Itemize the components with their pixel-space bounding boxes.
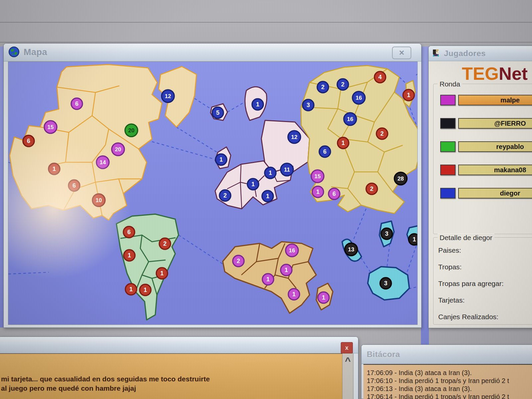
troop-count: 28 — [398, 176, 404, 182]
chat-message: mi tarjeta... que casualidad en dos segu… — [1, 374, 342, 384]
troop-marker-malpe[interactable]: 1 — [262, 274, 274, 285]
players-window-titlebar[interactable]: Jugadores — [429, 46, 532, 61]
troop-marker-diegor[interactable]: 5 — [212, 107, 223, 118]
player-row[interactable]: malpe — [434, 95, 532, 106]
troop-marker-malpe[interactable]: 20 — [112, 143, 124, 156]
troop-marker-makana08[interactable]: 4 — [374, 71, 386, 83]
troop-count: 1 — [53, 166, 56, 172]
player-row[interactable]: makana08 — [434, 165, 532, 176]
player-name: diegor — [500, 190, 520, 197]
log-window-titlebar[interactable]: Bitácora — [361, 345, 532, 364]
player-color-swatch — [440, 141, 456, 152]
scroll-up-arrow[interactable]: ^ — [342, 353, 353, 368]
troop-marker-makana08[interactable]: 1 — [125, 284, 137, 295]
troop-count: 16 — [347, 116, 353, 122]
player-name-bar[interactable]: diegor — [458, 188, 532, 199]
chat-scrollbar[interactable]: ^ — [342, 353, 353, 399]
troop-marker-fierro[interactable]: 28 — [394, 172, 407, 185]
troop-marker-diegor[interactable]: 11 — [281, 163, 293, 176]
troop-marker-malpe[interactable]: 1 — [281, 264, 292, 276]
troop-marker-diegor[interactable]: 12 — [288, 131, 301, 143]
round-groupbox: Ronda malpe @FIERRO — [433, 84, 532, 234]
player-row[interactable]: diegor — [434, 188, 532, 199]
log-window: Bitácora 17:06:09 - India (3) ataca a Ir… — [361, 344, 532, 399]
tegnet-logo: TEGNet — [462, 63, 528, 84]
troop-marker-makana08[interactable]: 2 — [159, 238, 171, 249]
troop-marker-fierro[interactable]: 1 — [409, 234, 418, 245]
troop-marker-fierro[interactable]: 3 — [380, 278, 391, 289]
troop-marker-diegor[interactable]: 2 — [317, 81, 329, 93]
troop-marker-makana08[interactable]: 2 — [376, 128, 388, 139]
player-name-bar[interactable]: reypablo — [458, 141, 532, 152]
troop-count: 2 — [223, 192, 227, 199]
troop-count: 2 — [237, 258, 240, 264]
player-name: @FIERRO — [494, 120, 526, 127]
troop-marker-malpe[interactable]: 1 — [288, 289, 300, 300]
troop-marker-makana08[interactable]: 1 — [49, 163, 60, 175]
troop-marker-malpe[interactable]: 6 — [329, 188, 340, 200]
player-row[interactable]: reypablo — [434, 141, 532, 153]
player-icon — [432, 49, 441, 59]
log-entry: 17:06:10 - India perdió 1 tropa/s y Iran… — [367, 377, 532, 385]
troop-marker-fierro[interactable]: 3 — [381, 228, 392, 239]
troop-marker-diegor[interactable]: 1 — [215, 154, 227, 165]
troop-marker-diegor[interactable]: 16 — [344, 113, 356, 125]
troop-count: 6 — [72, 182, 76, 189]
troop-marker-malpe[interactable]: 1 — [312, 186, 324, 198]
troop-marker-diegor[interactable]: 6 — [319, 146, 331, 157]
chat-window-titlebar[interactable]: x — [0, 337, 358, 353]
players-window: Jugadores TEGNet Ronda malpe — [428, 46, 532, 328]
troop-marker-diegor[interactable]: 12 — [162, 90, 174, 102]
player-name-bar[interactable]: makana08 — [458, 165, 532, 175]
troop-marker-fierro[interactable]: 13 — [345, 243, 357, 256]
player-name: reypablo — [496, 143, 524, 151]
troop-count: 4 — [378, 74, 382, 80]
troop-marker-diegor[interactable]: 16 — [352, 91, 365, 104]
chat-message-list: mi tarjeta... que casualidad en dos segu… — [1, 374, 342, 393]
troop-marker-malpe[interactable]: 16 — [286, 244, 298, 257]
troop-marker-diegor[interactable]: 1 — [247, 179, 259, 190]
troop-count: 12 — [291, 134, 298, 140]
troop-marker-reypablo[interactable]: 20 — [125, 124, 138, 137]
troop-marker-malpe[interactable]: 6 — [71, 98, 82, 109]
troop-marker-diegor[interactable]: 1 — [252, 99, 263, 110]
map-close-button[interactable]: ✕ — [392, 47, 411, 59]
troop-count: 1 — [266, 276, 270, 283]
troop-marker-makana08[interactable]: 1 — [140, 284, 151, 296]
log-entry: 17:06:13 - India (3) ataca a Iran (3). — [367, 385, 532, 393]
troop-count: 6 — [27, 138, 30, 144]
player-name-bar[interactable]: @FIERRO — [458, 118, 532, 129]
troop-marker-diegor[interactable]: 2 — [219, 190, 231, 201]
desktop-gap-right — [421, 47, 429, 346]
troop-marker-makana08[interactable]: 1 — [124, 250, 135, 261]
map-window: Mapa ✕ — [3, 43, 422, 328]
troop-marker-makana08[interactable]: 1 — [403, 89, 414, 101]
player-color-swatch — [440, 188, 456, 199]
player-name-bar[interactable]: malpe — [458, 95, 532, 105]
troop-marker-makana08[interactable]: 1 — [337, 137, 349, 149]
troop-marker-malpe[interactable]: 15 — [311, 170, 324, 183]
troop-marker-diegor[interactable]: 1 — [265, 167, 276, 179]
troop-marker-diegor[interactable]: 1 — [262, 191, 273, 202]
troop-marker-malpe[interactable]: 15 — [44, 121, 57, 133]
troop-marker-makana08[interactable]: 10 — [92, 194, 105, 206]
chat-messages-area[interactable]: mi tarjeta... que casualidad en dos segu… — [0, 353, 342, 399]
troop-marker-malpe[interactable]: 2 — [233, 255, 244, 267]
player-row[interactable]: @FIERRO — [434, 118, 532, 129]
troop-marker-makana08[interactable]: 6 — [23, 135, 34, 147]
chat-close-button[interactable]: x — [341, 342, 353, 353]
troop-marker-malpe[interactable]: 14 — [96, 156, 109, 169]
troop-count: 13 — [348, 246, 354, 253]
troop-marker-diegor[interactable]: 3 — [303, 99, 314, 111]
troop-marker-makana08[interactable]: 2 — [366, 183, 377, 195]
troop-marker-diegor[interactable]: 2 — [337, 79, 348, 90]
map-window-titlebar[interactable]: Mapa ✕ — [4, 44, 421, 62]
log-entries-area[interactable]: 17:06:09 - India (3) ataca a Iran (3). 1… — [363, 364, 532, 399]
troop-marker-makana08[interactable]: 6 — [123, 226, 135, 238]
troop-marker-makana08[interactable]: 6 — [68, 180, 80, 191]
troop-count: 1 — [266, 193, 269, 200]
troop-marker-malpe[interactable]: 1 — [318, 292, 329, 303]
detail-field-label: Canjes Realizados: — [438, 313, 498, 321]
troop-count: 6 — [323, 148, 327, 155]
troop-marker-makana08[interactable]: 1 — [156, 268, 168, 279]
